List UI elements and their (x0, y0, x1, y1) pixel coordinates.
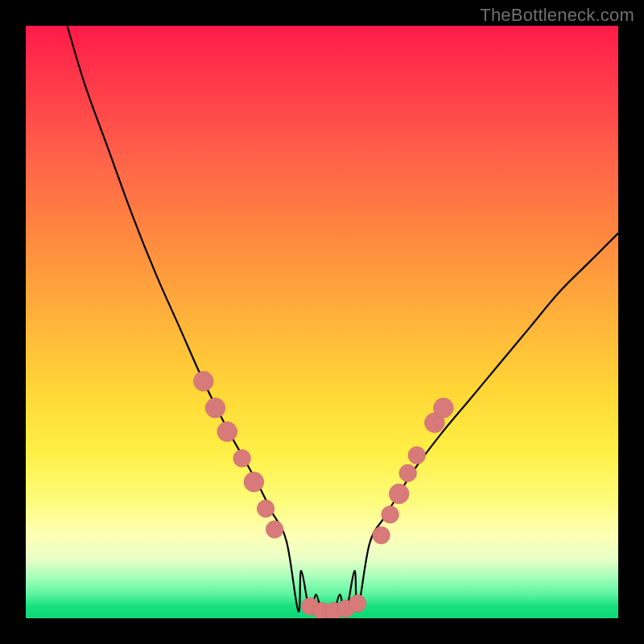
bottleneck-curve (68, 26, 618, 615)
curve-marker (349, 595, 366, 613)
curve-marker (257, 500, 275, 518)
curve-marker (193, 371, 213, 391)
curve-marker (233, 449, 251, 467)
curve-marker (205, 398, 225, 418)
curve-marker (382, 506, 399, 523)
plot-area (26, 26, 618, 618)
curve-svg (26, 26, 618, 618)
curve-marker (244, 472, 264, 492)
marker-group (193, 371, 453, 618)
curve-marker (399, 464, 417, 482)
curve-marker (408, 447, 426, 464)
curve-marker (217, 422, 237, 442)
watermark-text: TheBottleneck.com (480, 5, 634, 26)
curve-marker (266, 521, 283, 539)
curve-marker (434, 398, 454, 418)
chart-frame: TheBottleneck.com (0, 0, 644, 644)
curve-marker (373, 526, 390, 544)
curve-marker (389, 484, 409, 504)
